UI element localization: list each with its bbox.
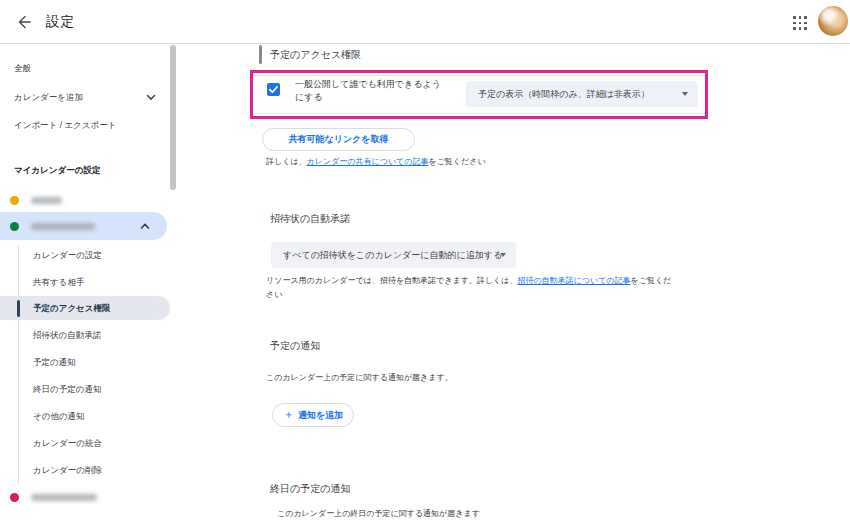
calendar-color-dot-yellow: [10, 196, 19, 205]
sidebar-item-general[interactable]: 全般: [0, 61, 31, 76]
auto-accept-article-link[interactable]: 招待の自動承諾についての記事: [517, 276, 630, 285]
redacted-calendar-name: [31, 494, 97, 501]
section-title-allday-notifications: 終日の予定の通知: [270, 482, 350, 496]
redacted-calendar-name: [31, 197, 62, 204]
back-arrow-icon: [14, 12, 34, 32]
content-scrollbar-thumb[interactable]: [259, 45, 262, 64]
calendar-color-dot-green: [10, 222, 19, 231]
google-apps-button[interactable]: [793, 16, 807, 30]
settings-nav: 全般 カレンダーを追加 インポート / エクスポート マイカレンダーの設定: [0, 44, 182, 521]
sidebar-item-import-export[interactable]: インポート / エクスポート: [0, 118, 116, 133]
sidebar-subitem-access-permissions[interactable]: 予定のアクセス権限: [0, 301, 111, 316]
plus-icon: ＋: [283, 407, 294, 422]
sidebar-calendar-item-selected[interactable]: [0, 212, 167, 240]
caret-down-icon: [500, 253, 506, 257]
access-help-text: 詳しくは、カレンダーの共有についての記事をご覧ください: [266, 155, 486, 169]
sidebar-subitem-other-notifications[interactable]: その他の通知: [0, 409, 85, 424]
auto-accept-dropdown[interactable]: すべての招待状をこのカレンダーに自動的に追加する: [271, 242, 516, 268]
sidebar-subitem-remove-calendar[interactable]: カレンダーの削除: [0, 463, 102, 478]
sidebar-subitem-allday-notifications[interactable]: 終日の予定の通知: [0, 382, 101, 397]
sidebar-subitem-share-with[interactable]: 共有する相手: [0, 275, 84, 290]
settings-content: 予定のアクセス権限 一般公開して誰でも利用できるよう にする 予定の表示（時間枠…: [182, 44, 850, 521]
auto-accept-help-text: リソース用のカレンダーでは、招待を自動承諾できます。詳しくは、招待の自動承諾につ…: [266, 274, 671, 302]
section-title-event-notifications: 予定の通知: [270, 339, 320, 353]
page-title: 設定: [46, 13, 75, 31]
section-title-access-permissions: 予定のアクセス権限: [270, 48, 361, 62]
redacted-calendar-name: [31, 223, 95, 230]
add-notification-button[interactable]: ＋ 通知を追加: [272, 403, 354, 427]
calendar-color-dot-pink: [10, 493, 19, 502]
user-avatar[interactable]: [818, 6, 848, 36]
settings-page: 設定 全般 カレンダーを追加 インポート / エクスポート マイカレンダーの設定: [0, 0, 850, 521]
sidebar-subitem-integrate-calendar[interactable]: カレンダーの統合: [0, 436, 102, 451]
section-title-auto-accept: 招待状の自動承諾: [270, 212, 350, 226]
back-button[interactable]: [14, 12, 34, 32]
calendar-sharing-article-link[interactable]: カレンダーの共有についての記事: [307, 157, 429, 166]
get-shareable-link-button[interactable]: 共有可能なリンクを取得: [262, 128, 415, 151]
sidebar-item-add-calendar[interactable]: カレンダーを追加: [0, 90, 165, 105]
sidebar-section-my-calendars: マイカレンダーの設定: [0, 163, 100, 178]
annotation-highlight-box: [250, 70, 708, 119]
sidebar-scrollbar-thumb[interactable]: [170, 45, 176, 190]
sidebar-subitem-auto-accept[interactable]: 招待状の自動承諾: [0, 328, 101, 343]
event-notifications-description: このカレンダー上の予定に関する通知が届きます。: [266, 371, 453, 385]
allday-notifications-description: このカレンダー上の終日の予定に関する通知が届きます: [277, 508, 480, 519]
sidebar-subitem-event-notifications[interactable]: 予定の通知: [0, 355, 76, 370]
chevron-up-icon: [140, 223, 150, 230]
chevron-down-icon: [146, 94, 156, 101]
sidebar-subitem-calendar-settings[interactable]: カレンダーの設定: [0, 248, 102, 263]
top-app-bar: 設定: [0, 0, 850, 44]
